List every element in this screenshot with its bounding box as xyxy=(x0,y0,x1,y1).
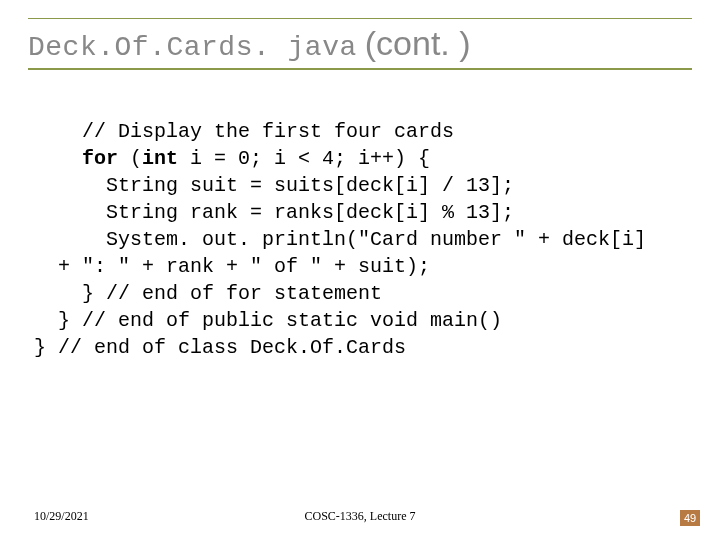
code-line-3: String suit = suits[deck[i] / 13]; xyxy=(34,174,514,197)
page-number: 49 xyxy=(680,510,700,526)
title-cont-part: (cont. ) xyxy=(365,24,471,62)
keyword-for: for xyxy=(82,147,118,170)
slide: Deck.Of.Cards. java(cont. ) // Display t… xyxy=(0,0,720,540)
code-line-6: + ": " + rank + " of " + suit); xyxy=(34,255,430,278)
code-line-2b: ( xyxy=(118,147,142,170)
code-line-9: } // end of class Deck.Of.Cards xyxy=(34,336,406,359)
code-line-2a xyxy=(34,147,82,170)
code-line-8: } // end of public static void main() xyxy=(34,309,502,332)
code-line-7: } // end of for statement xyxy=(34,282,382,305)
footer-center: COSC-1336, Lecture 7 xyxy=(0,509,720,524)
code-block: // Display the first four cards for (int… xyxy=(34,118,700,361)
keyword-int: int xyxy=(142,147,178,170)
code-line-2c: i = 0; i < 4; i++) { xyxy=(178,147,430,170)
code-line-1: // Display the first four cards xyxy=(34,120,454,143)
slide-title: Deck.Of.Cards. java(cont. ) xyxy=(28,18,692,70)
code-line-4: String rank = ranks[deck[i] % 13]; xyxy=(34,201,514,224)
code-line-5: System. out. println("Card number " + de… xyxy=(34,228,646,251)
title-code-part: Deck.Of.Cards. java xyxy=(28,32,357,63)
